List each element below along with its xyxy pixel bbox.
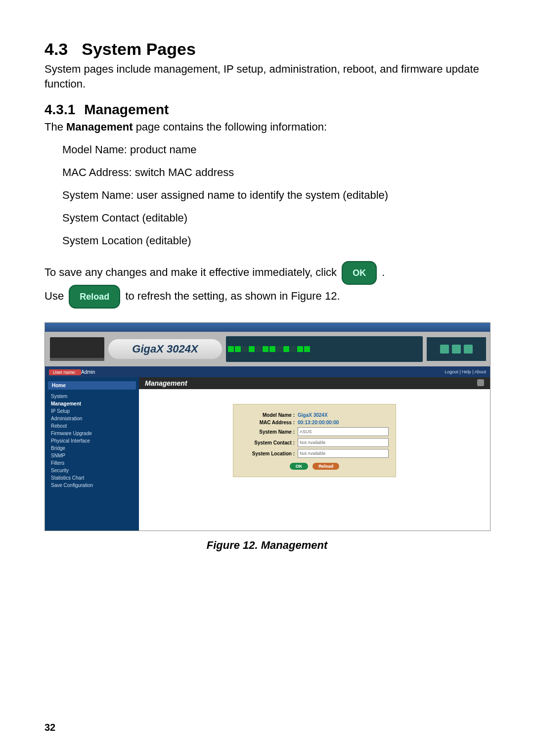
sysname-input[interactable] xyxy=(298,427,389,436)
sidebar-item-firmware[interactable]: Firmware Upgrade xyxy=(51,430,136,437)
product-logo: GigaX 3024X xyxy=(108,339,222,359)
status-icon xyxy=(464,345,473,354)
form-ok-button[interactable]: OK xyxy=(290,463,309,470)
list-item: System Name: user assigned name to ident… xyxy=(62,189,490,202)
sidebar-item-statistics[interactable]: Statistics Chart xyxy=(51,474,136,482)
model-value: GigaX 3024X xyxy=(298,412,328,418)
sidebar-item-snmp[interactable]: SNMP xyxy=(51,452,136,459)
status-icon xyxy=(440,345,449,354)
form-reload-button[interactable]: Reload xyxy=(312,463,339,470)
section-intro: System pages include management, IP setu… xyxy=(44,62,490,91)
info-list: Model Name: product name MAC Address: sw… xyxy=(62,143,490,247)
figure-12: GigaX 3024X User name: Admin Logout | He… xyxy=(44,322,490,552)
sidebar: Home System Management IP Setup Administ… xyxy=(45,377,139,531)
panel-title-bar: Management xyxy=(139,377,490,389)
sidebar-item-administration[interactable]: Administration xyxy=(51,415,136,422)
location-input[interactable] xyxy=(298,449,389,458)
port-panel xyxy=(226,336,423,362)
app-header: GigaX 3024X xyxy=(45,332,490,366)
gear-icon[interactable] xyxy=(477,379,484,386)
sidebar-item-bridge[interactable]: Bridge xyxy=(51,445,136,452)
sidebar-item-ipsetup[interactable]: IP Setup xyxy=(51,407,136,415)
figure-caption: Figure 12. Management xyxy=(44,539,490,552)
window-titlebar xyxy=(45,323,490,332)
list-item: System Location (editable) xyxy=(62,234,490,247)
header-icons xyxy=(427,337,486,361)
location-label: System Location : xyxy=(240,451,298,456)
mac-value: 00:13:20:00:00:00 xyxy=(298,420,339,425)
management-screenshot: GigaX 3024X User name: Admin Logout | He… xyxy=(44,322,490,531)
sidebar-item-filters[interactable]: Filters xyxy=(51,459,136,467)
device-image xyxy=(50,337,104,361)
list-item: Model Name: product name xyxy=(62,143,490,156)
list-item: System Contact (editable) xyxy=(62,212,490,224)
user-bar: User name: Admin Logout | Help | About xyxy=(45,366,490,377)
reload-button[interactable]: Reload xyxy=(69,285,120,309)
subsection-number: 4.3.1 xyxy=(44,102,75,117)
port-led-icon xyxy=(228,346,234,352)
sidebar-item-system[interactable]: System xyxy=(51,393,136,400)
subsection-heading: 4.3.1Management xyxy=(44,102,490,118)
top-links[interactable]: Logout | Help | About xyxy=(445,369,486,374)
subsection-lead: The Management page contains the followi… xyxy=(44,121,490,133)
contact-input[interactable] xyxy=(298,438,389,447)
panel-title: Management xyxy=(145,379,187,387)
subsection-title: Management xyxy=(84,102,169,117)
sidebar-item-physical[interactable]: Physical Interface xyxy=(51,437,136,445)
sidebar-item-management[interactable]: Management xyxy=(51,400,136,407)
sidebar-item-saveconfig[interactable]: Save Configuration xyxy=(51,482,136,489)
main-panel: Management Model Name : GigaX 3024X MAC … xyxy=(139,377,490,531)
section-heading: 4.3System Pages xyxy=(44,40,490,59)
user-value: Admin xyxy=(81,369,95,375)
sidebar-item-reboot[interactable]: Reboot xyxy=(51,422,136,430)
section-title: System Pages xyxy=(82,40,196,58)
section-number: 4.3 xyxy=(44,40,68,58)
list-item: MAC Address: switch MAC address xyxy=(62,166,490,179)
user-badge: User name: xyxy=(49,369,81,375)
model-label: Model Name : xyxy=(240,412,298,418)
mac-label: MAC Address : xyxy=(240,420,298,425)
ok-button[interactable]: OK xyxy=(342,261,377,285)
management-form: Model Name : GigaX 3024X MAC Address : 0… xyxy=(233,404,396,477)
sidebar-item-security[interactable]: Security xyxy=(51,467,136,474)
sysname-label: System Name : xyxy=(240,429,298,435)
page-number: 32 xyxy=(44,722,55,733)
contact-label: System Contact : xyxy=(240,440,298,445)
save-instruction: To save any changes and make it effectiv… xyxy=(44,261,490,309)
status-icon xyxy=(452,345,461,354)
sidebar-home[interactable]: Home xyxy=(48,381,136,390)
